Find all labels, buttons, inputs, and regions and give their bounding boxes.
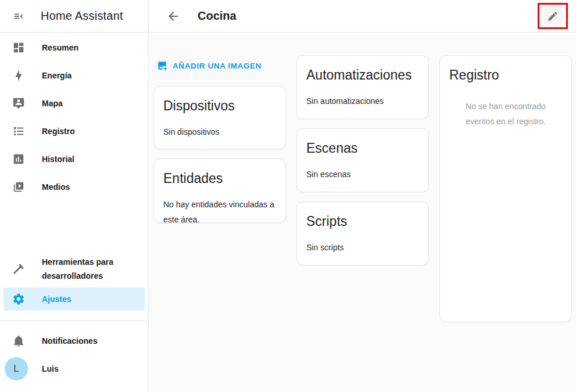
card-empty-text: No hay entidades vinculadas a este área. xyxy=(154,187,285,237)
card-title: Escenas xyxy=(297,129,428,157)
sidebar-item-label: Ajustes xyxy=(42,294,71,304)
avatar: L xyxy=(5,357,28,380)
scenes-card[interactable]: Escenas Sin escenas xyxy=(296,128,429,192)
sidebar-item-label: Herramientas para desarrolladores xyxy=(42,255,132,283)
app-title: Home Assistant xyxy=(41,9,123,23)
gear-icon xyxy=(12,292,26,306)
area-config-content: AÑADIR UNA IMAGEN Dispositivos Sin dispo… xyxy=(149,33,576,392)
entities-card[interactable]: Entidades No hay entidades vinculadas a … xyxy=(153,159,286,223)
card-empty-text: Sin dispositivos xyxy=(154,114,285,149)
sidebar: Home Assistant Resumen Energía Mapa Regi… xyxy=(0,0,149,392)
sidebar-item-resumen[interactable]: Resumen xyxy=(0,34,148,62)
lightning-bolt-icon xyxy=(12,69,26,82)
column-3: Registro No se han encontrado eventos en… xyxy=(439,55,572,322)
card-title: Dispositivos xyxy=(154,87,285,114)
format-list-bulleted-icon xyxy=(12,124,26,138)
pencil-icon xyxy=(547,10,559,22)
topbar: Cocina xyxy=(149,0,576,33)
sidebar-nav: Resumen Energía Mapa Registro Historial xyxy=(0,33,148,201)
sidebar-item-ajustes[interactable]: Ajustes xyxy=(3,287,145,311)
card-title: Registro xyxy=(440,56,571,84)
sidebar-item-label: Notificaciones xyxy=(42,336,98,346)
sidebar-item-label: Resumen xyxy=(42,43,78,52)
page-title: Cocina xyxy=(198,9,237,23)
sidebar-item-mapa[interactable]: Mapa xyxy=(0,89,148,117)
chart-box-icon xyxy=(12,152,26,166)
sidebar-item-user[interactable]: L Luis xyxy=(0,355,148,383)
sidebar-item-dev-tools[interactable]: Herramientas para desarrolladores xyxy=(0,253,148,285)
add-image-label: AÑADIR UNA IMAGEN xyxy=(173,62,262,70)
sidebar-item-label: Mapa xyxy=(42,99,63,108)
tooltip-account-icon xyxy=(12,96,26,110)
card-empty-text: Sin scripts xyxy=(297,230,428,265)
view-dashboard-icon xyxy=(12,41,26,55)
card-empty-text: Sin automatizaciones xyxy=(297,84,428,118)
sidebar-item-label: Registro xyxy=(42,127,75,136)
edit-button[interactable] xyxy=(542,5,564,27)
sidebar-header: Home Assistant xyxy=(0,0,148,33)
automations-card[interactable]: Automatizaciones Sin automatizaciones xyxy=(296,55,429,119)
card-columns: AÑADIR UNA IMAGEN Dispositivos Sin dispo… xyxy=(149,33,576,322)
image-plus-icon xyxy=(157,60,167,71)
card-title: Automatizaciones xyxy=(297,56,428,84)
scripts-card[interactable]: Scripts Sin scripts xyxy=(296,202,429,265)
sidebar-toggle-icon[interactable] xyxy=(8,6,29,27)
play-box-multiple-icon xyxy=(12,180,26,194)
sidebar-item-historial[interactable]: Historial xyxy=(0,145,148,173)
sidebar-item-energia[interactable]: Energía xyxy=(0,62,148,89)
card-empty-text: Sin escenas xyxy=(297,157,428,192)
sidebar-item-label: Historial xyxy=(42,154,74,164)
sidebar-item-label: Medios xyxy=(42,182,70,192)
arrow-left-icon xyxy=(166,9,180,23)
add-image-button[interactable]: AÑADIR UNA IMAGEN xyxy=(157,60,286,71)
bell-icon xyxy=(12,334,26,348)
sidebar-item-registro[interactable]: Registro xyxy=(0,117,148,145)
logbook-card[interactable]: Registro No se han encontrado eventos en… xyxy=(439,55,572,322)
sidebar-divider xyxy=(0,321,148,321)
hammer-icon xyxy=(12,262,26,276)
user-name: Luis xyxy=(42,364,59,373)
card-title: Entidades xyxy=(154,159,285,187)
annotation-highlight xyxy=(538,3,568,29)
sidebar-item-medios[interactable]: Medios xyxy=(0,173,148,201)
devices-card[interactable]: Dispositivos Sin dispositivos xyxy=(153,86,286,149)
card-title: Scripts xyxy=(297,202,428,230)
sidebar-spacer xyxy=(0,201,148,253)
back-button[interactable] xyxy=(163,6,184,27)
column-2: Automatizaciones Sin automatizaciones Es… xyxy=(296,55,429,265)
sidebar-item-notificaciones[interactable]: Notificaciones xyxy=(0,327,148,355)
card-empty-text: No se han encontrado eventos en el regis… xyxy=(440,84,571,129)
column-1: AÑADIR UNA IMAGEN Dispositivos Sin dispo… xyxy=(153,55,286,223)
sidebar-item-label: Energía xyxy=(42,71,71,80)
